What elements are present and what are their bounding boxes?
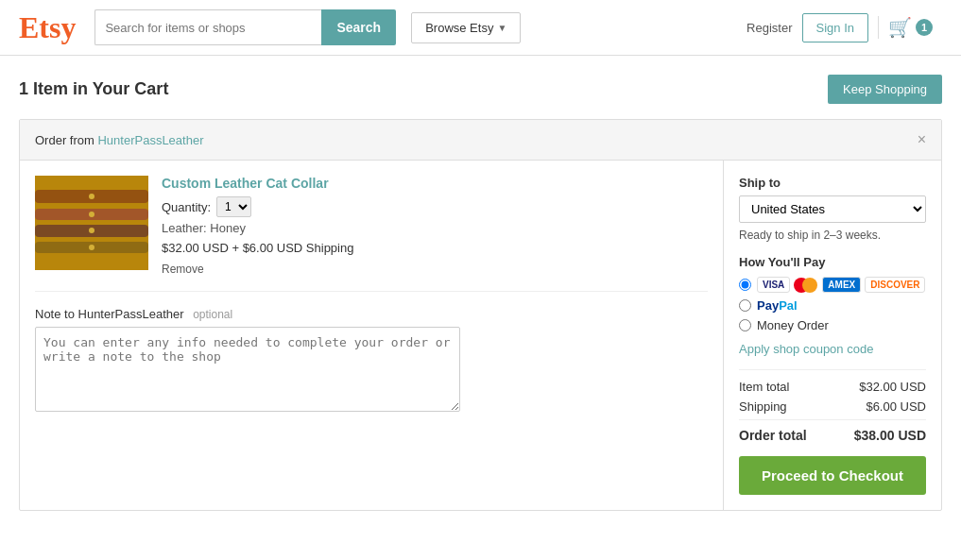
svg-point-6 <box>89 212 94 217</box>
cart-count-badge: 1 <box>916 19 933 36</box>
country-select[interactable]: United States <box>739 195 926 223</box>
cart-icon: 🛒 <box>888 16 912 39</box>
payment-option-cards[interactable]: VISA AMEX DISCOVER <box>739 277 926 293</box>
payment-option-paypal[interactable]: PayPal <box>739 298 926 313</box>
shipping-value: $6.00 USD <box>866 399 926 414</box>
order-total-value: $38.00 USD <box>854 428 926 443</box>
payment-options: VISA AMEX DISCOVER PayPal <box>739 277 926 332</box>
order-box: Order from HunterPassLeather × <box>19 119 942 511</box>
amex-logo: AMEX <box>822 277 861 293</box>
note-label: Note to HunterPassLeather optional <box>35 307 708 321</box>
note-optional-label: optional <box>193 308 232 321</box>
item-total-value: $32.00 USD <box>859 380 926 394</box>
money-order-label: Money Order <box>757 318 829 332</box>
order-totals: Item total $32.00 USD Shipping $6.00 USD… <box>739 369 926 443</box>
signin-button[interactable]: Sign In <box>802 13 868 42</box>
shipping-label: Shipping <box>739 399 787 414</box>
order-total-label: Order total <box>739 428 807 443</box>
payment-radio-paypal[interactable] <box>739 299 751 312</box>
discover-logo: DISCOVER <box>865 277 925 293</box>
payment-radio-moneyorder[interactable] <box>739 319 751 331</box>
cart-header-row: 1 Item in Your Cart Keep Shopping <box>19 75 942 104</box>
remove-item-link[interactable]: Remove <box>162 263 708 276</box>
cart-button[interactable]: 🛒 1 <box>878 16 942 39</box>
order-body: Custom Leather Cat Collar Quantity: 1 2 … <box>20 161 941 510</box>
svg-point-5 <box>89 194 94 199</box>
order-from-label: Order from HunterPassLeather <box>35 133 203 147</box>
visa-logo: VISA <box>757 277 790 293</box>
item-leather-label: Leather: Honey <box>162 221 708 235</box>
note-area: Note to HunterPassLeather optional <box>35 307 708 415</box>
mastercard-logo <box>794 278 818 293</box>
browse-etsy-button[interactable]: Browse Etsy ▼ <box>411 12 521 43</box>
close-order-button[interactable]: × <box>918 131 926 148</box>
svg-point-8 <box>89 245 94 250</box>
order-header: Order from HunterPassLeather × <box>20 120 941 161</box>
etsy-logo[interactable]: Etsy <box>19 10 76 45</box>
item-total-label: Item total <box>739 380 789 394</box>
ship-info: Ready to ship in 2–3 weeks. <box>739 229 926 242</box>
item-details: Custom Leather Cat Collar Quantity: 1 2 … <box>162 176 708 276</box>
note-textarea[interactable] <box>35 327 460 412</box>
register-link[interactable]: Register <box>746 21 792 35</box>
order-right: Ship to United States Ready to ship in 2… <box>724 161 941 510</box>
header-links: Register Sign In 🛒 1 <box>746 13 942 42</box>
coupon-link[interactable]: Apply shop coupon code <box>739 342 926 356</box>
payment-radio-cards[interactable] <box>739 279 751 291</box>
quantity-select[interactable]: 1 2 3 <box>216 196 251 217</box>
svg-point-7 <box>89 228 94 233</box>
order-total-row: Order total $38.00 USD <box>739 419 926 443</box>
search-input[interactable] <box>94 9 321 45</box>
payment-option-moneyorder[interactable]: Money Order <box>739 318 926 332</box>
search-button[interactable]: Search <box>321 9 396 45</box>
cart-title: 1 Item in Your Cart <box>19 79 168 99</box>
item-name-link[interactable]: Custom Leather Cat Collar <box>162 176 329 191</box>
product-thumbnail-image <box>35 176 148 270</box>
how-you-pay-label: How You'll Pay <box>739 255 926 269</box>
checkout-button[interactable]: Proceed to Checkout <box>739 456 926 495</box>
item-total-row: Item total $32.00 USD <box>739 380 926 394</box>
card-logos: VISA AMEX DISCOVER <box>757 277 925 293</box>
item-price: $32.00 USD + $6.00 USD Shipping <box>162 241 708 255</box>
search-form: Search <box>94 9 396 45</box>
item-row: Custom Leather Cat Collar Quantity: 1 2 … <box>35 176 708 292</box>
item-image[interactable] <box>35 176 148 270</box>
shipping-row: Shipping $6.00 USD <box>739 399 926 414</box>
browse-etsy-label: Browse Etsy <box>425 21 493 35</box>
paypal-logo: PayPal <box>757 298 798 313</box>
ship-to-label: Ship to <box>739 176 926 190</box>
order-left: Custom Leather Cat Collar Quantity: 1 2 … <box>20 161 724 510</box>
shop-link[interactable]: HunterPassLeather <box>97 133 203 147</box>
quantity-label: Quantity: <box>162 200 211 214</box>
item-quantity-row: Quantity: 1 2 3 <box>162 196 708 217</box>
keep-shopping-button[interactable]: Keep Shopping <box>828 75 942 104</box>
chevron-down-icon: ▼ <box>497 23 506 33</box>
